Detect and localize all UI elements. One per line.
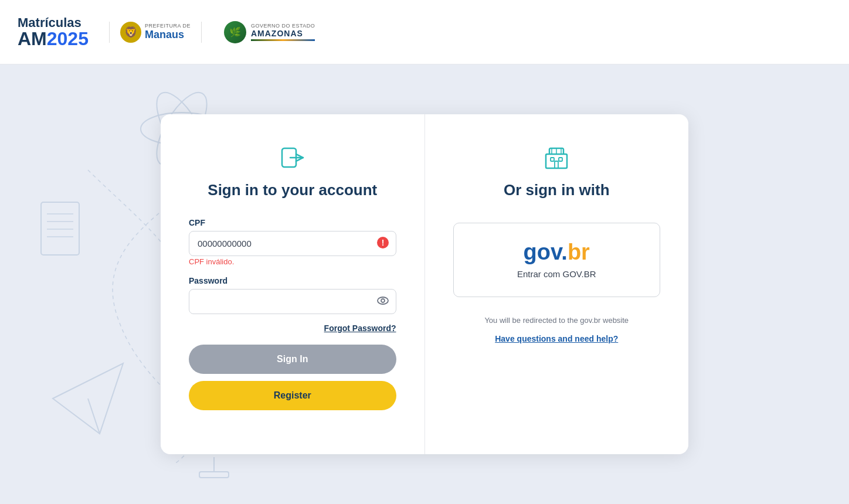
signin-button[interactable]: Sign In	[189, 345, 396, 374]
login-icon	[279, 144, 307, 172]
password-input[interactable]	[189, 289, 396, 314]
svg-marker-12	[53, 363, 123, 434]
manaus-city: Manaus	[145, 29, 191, 41]
govbr-label: Entrar com GOV.BR	[517, 269, 596, 279]
brand-top: Matrículas	[18, 16, 89, 29]
svg-rect-24	[559, 158, 562, 161]
eye-icon[interactable]	[376, 294, 389, 309]
password-group: Password	[189, 276, 396, 314]
building-icon	[542, 144, 570, 172]
register-button[interactable]: Register	[189, 381, 396, 410]
manaus-icon: 🦁	[120, 22, 141, 43]
main-content: Sign in to your account CPF ! CPF inváli…	[0, 64, 849, 504]
svg-rect-25	[555, 161, 558, 168]
building-icon-container	[542, 144, 570, 172]
redirect-text: You will be redirected to the gov.br web…	[484, 316, 629, 325]
manaus-text: PREFEITURA DE Manaus	[145, 23, 191, 41]
svg-line-13	[88, 399, 100, 434]
amazonas-estado: GOVERNO DO ESTADO	[251, 23, 315, 29]
doodle-paperplane	[47, 357, 129, 440]
cpf-input[interactable]	[189, 231, 396, 256]
amazonas-logo: 🌿 GOVERNO DO ESTADO AMAZONAS	[213, 21, 315, 43]
cpf-group: CPF ! CPF inválido.	[189, 218, 396, 267]
login-icon-container	[189, 144, 396, 172]
header: Matrículas AM2025 🦁 PREFEITURA DE Manaus…	[0, 0, 849, 64]
amazonas-bar	[251, 39, 315, 41]
right-panel: Or sign in with gov.br Entrar com GOV.BR…	[425, 114, 689, 454]
panel-title: Sign in to your account	[189, 181, 396, 199]
right-panel-title: Or sign in with	[504, 181, 610, 199]
cpf-error: CPF inválido.	[189, 257, 234, 266]
svg-point-21	[381, 299, 385, 302]
forgot-password-link[interactable]: Forgot Password?	[189, 323, 396, 333]
svg-rect-4	[41, 202, 79, 255]
svg-text:!: !	[381, 238, 384, 247]
doodle-book	[35, 199, 88, 264]
password-input-wrapper	[189, 289, 396, 314]
cpf-input-wrapper: !	[189, 231, 396, 256]
govbr-logo: gov.br	[524, 241, 590, 263]
brand-bottom: AM2025	[18, 29, 89, 48]
svg-point-20	[378, 297, 388, 304]
login-card: Sign in to your account CPF ! CPF inváli…	[161, 114, 688, 454]
help-link[interactable]: Have questions and need help?	[495, 334, 618, 343]
password-label: Password	[189, 276, 396, 285]
manaus-prefeitura: PREFEITURA DE	[145, 23, 191, 29]
amazonas-text: GOVERNO DO ESTADO AMAZONAS	[251, 23, 315, 41]
cpf-label: CPF	[189, 218, 396, 227]
govbr-card[interactable]: gov.br Entrar com GOV.BR	[453, 223, 661, 297]
svg-rect-15	[199, 472, 229, 478]
amazonas-name: AMAZONAS	[251, 29, 315, 38]
left-panel: Sign in to your account CPF ! CPF inváli…	[161, 114, 425, 454]
amazonas-icon: 🌿	[224, 21, 246, 43]
error-icon: !	[376, 236, 389, 251]
manaus-logo: 🦁 PREFEITURA DE Manaus	[109, 22, 202, 43]
brand-logo: Matrículas AM2025	[18, 16, 89, 48]
svg-rect-23	[551, 158, 554, 161]
